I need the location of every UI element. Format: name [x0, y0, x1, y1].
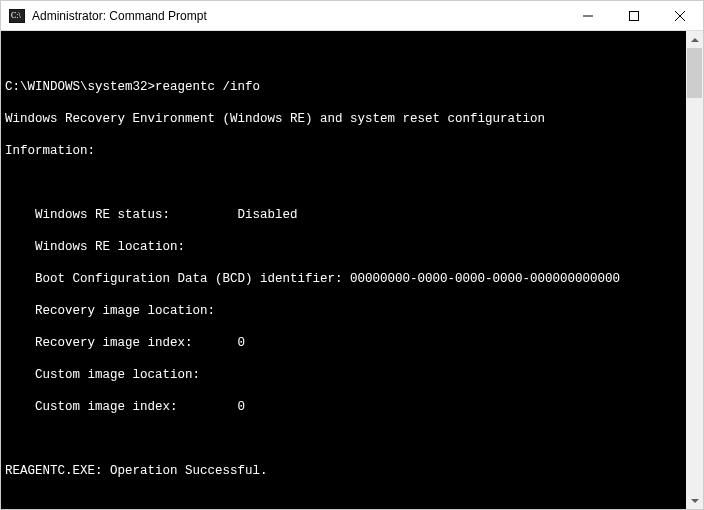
svg-rect-4: [630, 11, 639, 20]
app-icon: C:\: [9, 8, 25, 24]
field-label: Boot Configuration Data (BCD) identifier…: [5, 272, 350, 286]
scroll-thumb[interactable]: [687, 48, 702, 98]
output-line: REAGENTC.EXE: Operation Successful.: [5, 463, 682, 479]
field-value: 0: [238, 336, 246, 350]
field-label: Windows RE status:: [5, 208, 238, 222]
field-value: Disabled: [238, 208, 298, 222]
window-title: Administrator: Command Prompt: [32, 9, 565, 23]
command-text: reagentc /info: [155, 80, 260, 94]
minimize-button[interactable]: [565, 1, 611, 30]
field-label: Recovery image index:: [5, 336, 238, 350]
output-line: Information:: [5, 143, 682, 159]
titlebar[interactable]: C:\ Administrator: Command Prompt: [1, 1, 703, 31]
field-label: Recovery image location:: [5, 303, 682, 319]
maximize-button[interactable]: [611, 1, 657, 30]
scroll-up-button[interactable]: [686, 31, 703, 48]
field-value: 0: [238, 400, 246, 414]
output-line: Windows Recovery Environment (Windows RE…: [5, 111, 682, 127]
terminal-container: C:\WINDOWS\system32>reagentc /info Windo…: [1, 31, 703, 509]
field-label: Windows RE location:: [5, 239, 682, 255]
maximize-icon: [629, 11, 639, 21]
field-label: Custom image index:: [5, 400, 238, 414]
terminal-output[interactable]: C:\WINDOWS\system32>reagentc /info Windo…: [1, 31, 686, 509]
prompt-path: C:\WINDOWS\system32>: [5, 80, 155, 94]
vertical-scrollbar[interactable]: [686, 31, 703, 509]
window-controls: [565, 1, 703, 30]
field-label: Custom image location:: [5, 367, 682, 383]
scroll-track[interactable]: [686, 48, 703, 492]
minimize-icon: [583, 11, 593, 21]
field-value: 00000000-0000-0000-0000-000000000000: [350, 272, 620, 286]
close-button[interactable]: [657, 1, 703, 30]
svg-text:C:\: C:\: [11, 11, 22, 20]
chevron-down-icon: [691, 499, 699, 503]
chevron-up-icon: [691, 38, 699, 42]
scroll-down-button[interactable]: [686, 492, 703, 509]
command-prompt-window: C:\ Administrator: Command Prompt C:\WIN…: [0, 0, 704, 510]
close-icon: [675, 11, 685, 21]
